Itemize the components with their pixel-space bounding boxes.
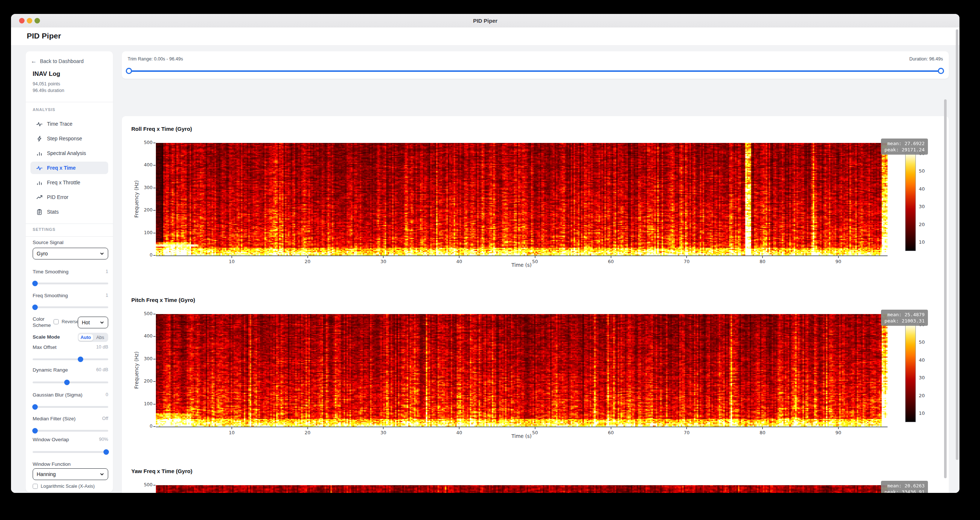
sidebar-item-step-response[interactable]: Step Response — [30, 132, 108, 145]
trend-icon — [36, 194, 43, 200]
slider-thumb[interactable] — [64, 380, 70, 385]
yaw-spectrogram-canvas[interactable] — [156, 485, 888, 493]
clipboard-icon — [36, 209, 43, 215]
scale-mode-label: Scale Mode — [33, 334, 60, 340]
log-scale-checkbox-row[interactable]: Logarithmic Scale (X-Axis) — [33, 484, 95, 489]
slider-track[interactable] — [33, 451, 108, 453]
peak-value: peak: 21003.31 — [884, 318, 924, 324]
trim-end-handle[interactable] — [938, 68, 944, 74]
source-signal-value: Gyro — [37, 250, 48, 257]
slider-thumb[interactable] — [32, 428, 38, 433]
freq-smoothing-label: Freq Smoothing — [33, 293, 68, 298]
sidebar-item-freq-x-time[interactable]: Freq x Time — [30, 162, 108, 174]
scale-mode-abs-button[interactable]: Abs — [93, 334, 108, 341]
reverse-checkbox[interactable] — [54, 319, 59, 324]
slider-thumb[interactable] — [78, 357, 83, 362]
divider — [25, 224, 113, 224]
window-function-select[interactable]: Hanning — [33, 468, 108, 480]
sidebar-item-label: Spectral Analysis — [47, 150, 86, 156]
waveform-icon — [36, 121, 43, 127]
window-overlap-slider[interactable] — [33, 449, 108, 455]
time-smoothing-slider[interactable] — [33, 281, 108, 286]
sidebar-item-label: PID Error — [47, 194, 68, 200]
window-scrollbar-thumb[interactable] — [956, 29, 958, 460]
slider-thumb[interactable] — [32, 404, 38, 410]
back-arrow-icon: ← — [31, 58, 37, 65]
mean-value: mean: 27.6922 — [884, 140, 924, 147]
chevron-down-icon — [100, 320, 104, 325]
sidebar-item-label: Freq x Throttle — [47, 179, 80, 185]
chevron-down-icon — [100, 251, 104, 256]
colorbar — [905, 152, 916, 251]
reverse-checkbox-row[interactable]: Reverse — [54, 319, 79, 324]
median-filter-value: Off — [102, 416, 108, 421]
log-points: 94,051 points — [33, 81, 60, 87]
divider — [25, 236, 113, 237]
mean-value: mean: 20.6263 — [884, 483, 924, 489]
app-header: PID Piper — [11, 27, 959, 46]
window-function-value: Hanning — [37, 471, 56, 477]
window-overlap-label: Window Overlap — [33, 437, 69, 442]
freq-smoothing-slider[interactable] — [33, 304, 108, 310]
slider-track[interactable] — [33, 358, 108, 360]
sidebar-item-freq-x-throttle[interactable]: Freq x Throttle — [30, 176, 108, 189]
chart-title: Pitch Freq x Time (Gyro) — [131, 297, 195, 303]
gaussian-blur-label: Gaussian Blur (Sigma) — [33, 392, 83, 398]
sidebar-item-time-trace[interactable]: Time Trace — [30, 117, 108, 130]
sidebar-item-spectral-analysis[interactable]: Spectral Analysis — [30, 147, 108, 159]
color-scheme-label: Color Scheme — [33, 316, 53, 328]
trim-duration-label: Duration: 96.49s — [909, 56, 943, 62]
log-name: INAV Log — [33, 70, 60, 78]
scale-mode-auto-button[interactable]: Auto — [78, 334, 93, 341]
slider-track[interactable] — [33, 282, 108, 284]
stats-tooltip: mean: 20.6263 peak: 33436.91 — [881, 481, 928, 493]
roll-spectrogram-canvas[interactable] — [156, 143, 888, 255]
sidebar: ← Back to Dashboard INAV Log 94,051 poin… — [25, 51, 113, 492]
source-signal-select[interactable]: Gyro — [33, 248, 108, 260]
sidebar-item-label: Step Response — [47, 136, 82, 141]
chevron-down-icon — [100, 472, 104, 476]
color-scheme-select[interactable]: Hot — [78, 317, 108, 328]
x-axis-label: Time (s) — [512, 262, 532, 268]
content-area: ← Back to Dashboard INAV Log 94,051 poin… — [11, 45, 959, 493]
trim-range-label: Trim Range: 0.00s - 96.49s — [127, 56, 183, 62]
slider-track[interactable] — [33, 406, 108, 408]
chart-roll-freq-x-time: Roll Freq x Time (Gyro) Frequency (Hz) 0… — [122, 116, 949, 287]
colorbar — [905, 323, 916, 422]
chart-title: Roll Freq x Time (Gyro) — [131, 126, 192, 132]
chart-pitch-freq-x-time: Pitch Freq x Time (Gyro) Frequency (Hz) … — [122, 287, 949, 458]
spectrogram-plot — [156, 314, 888, 427]
slider-track[interactable] — [33, 306, 108, 308]
waveform-icon — [36, 165, 43, 171]
dynamic-range-slider[interactable] — [33, 380, 108, 385]
settings-section-header: SETTINGS — [33, 227, 56, 231]
slider-thumb[interactable] — [32, 304, 38, 310]
gaussian-blur-slider[interactable] — [33, 404, 108, 410]
stats-tooltip: mean: 25.4879 peak: 21003.31 — [881, 310, 928, 326]
gaussian-blur-value: 0 — [106, 392, 108, 397]
sidebar-item-label: Time Trace — [47, 121, 73, 127]
slider-track[interactable] — [33, 382, 108, 383]
slider-thumb[interactable] — [103, 449, 109, 455]
pitch-spectrogram-canvas[interactable] — [156, 314, 888, 426]
window-function-label: Window Function — [33, 461, 71, 467]
max-offset-label: Max Offset — [33, 344, 56, 350]
trim-slider-track[interactable] — [129, 70, 941, 72]
chart-title: Yaw Freq x Time (Gyro) — [131, 468, 192, 474]
median-filter-label: Median Filter (Size) — [33, 416, 76, 422]
median-filter-slider[interactable] — [33, 428, 108, 433]
charts-panel: Roll Freq x Time (Gyro) Frequency (Hz) 0… — [122, 116, 949, 493]
slider-thumb[interactable] — [32, 281, 38, 286]
slider-track[interactable] — [33, 430, 108, 432]
log-scale-checkbox[interactable] — [33, 484, 38, 489]
trim-start-handle[interactable] — [126, 68, 132, 74]
source-signal-label: Source Signal — [33, 239, 64, 245]
sidebar-item-pid-error[interactable]: PID Error — [30, 191, 108, 203]
sidebar-item-stats[interactable]: Stats — [30, 206, 108, 218]
bar-chart-icon — [36, 150, 43, 157]
max-offset-slider[interactable] — [33, 357, 108, 362]
back-to-dashboard-link[interactable]: ← Back to Dashboard — [31, 58, 84, 65]
charts-scrollbar-thumb[interactable] — [944, 99, 947, 478]
app-window: PID Piper PID Piper ← Back to Dashboard … — [11, 14, 959, 493]
bar-chart-icon — [36, 179, 43, 186]
